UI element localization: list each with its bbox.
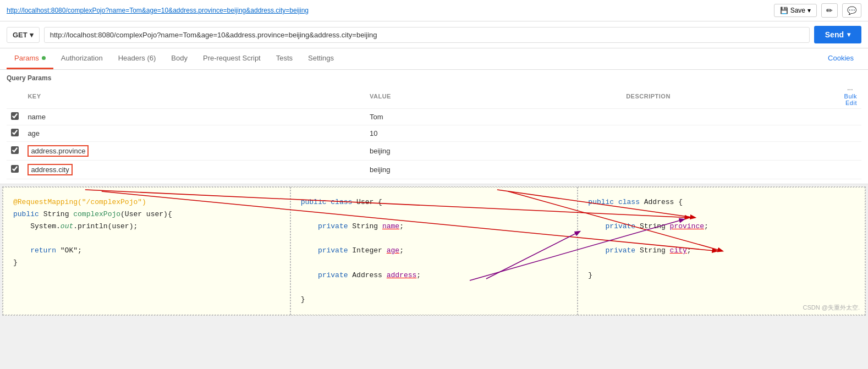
code-line: private Integer age;: [301, 245, 568, 257]
method-value: GET: [13, 31, 28, 39]
tab-prerequest[interactable]: Pre-request Script: [195, 48, 268, 69]
code-line: private String name;: [301, 221, 568, 233]
method-select[interactable]: GET ▾: [7, 27, 40, 43]
code-block-user: public class User { private String name;…: [290, 187, 578, 315]
param-value: 10: [365, 125, 622, 142]
code-line: [301, 233, 568, 245]
query-params-label: Query Params: [7, 70, 861, 84]
code-line: System.out.println(user);: [13, 221, 280, 233]
th-key: KEY: [23, 84, 365, 109]
th-check: [7, 84, 23, 109]
code-line: private String city;: [588, 245, 855, 257]
title-url: http://localhost:8080/complexPojo?name=T…: [7, 7, 309, 14]
param-key: address.province: [23, 142, 365, 161]
more-icon[interactable]: ···: [847, 86, 853, 93]
tab-authorization[interactable]: Authorization: [53, 48, 111, 69]
code-line: return "OK";: [13, 245, 280, 257]
code-line: }: [301, 294, 568, 306]
method-chevron: ▾: [30, 31, 34, 39]
code-line: private String province;: [588, 221, 855, 233]
table-row: address.provincebeijing: [7, 142, 861, 161]
param-key: name: [23, 109, 365, 125]
code-line: [588, 208, 855, 221]
th-actions: ··· Bulk Edit: [836, 84, 861, 109]
code-sections: @RequestMapping("/complexPojo") public S…: [2, 186, 866, 316]
send-chevron: ▾: [847, 31, 850, 38]
comment-icon: 💬: [847, 6, 856, 15]
params-dot: [42, 56, 46, 60]
param-checkbox-0[interactable]: [11, 112, 19, 120]
param-checkbox-3[interactable]: [11, 165, 19, 173]
param-value: Tom: [365, 109, 622, 125]
title-actions: 💾 Save ▾ ✏ 💬: [774, 3, 861, 18]
param-description: [622, 109, 836, 125]
code-line: }: [13, 257, 280, 269]
code-block-address: public class Address { private String pr…: [578, 187, 865, 315]
param-description: [622, 125, 836, 142]
param-description: [622, 161, 836, 179]
th-value: VALUE: [365, 84, 622, 109]
code-block-controller: @RequestMapping("/complexPojo") public S…: [3, 187, 290, 315]
param-description: [622, 142, 836, 161]
tab-settings[interactable]: Settings: [300, 48, 342, 69]
param-actions: [836, 109, 861, 125]
comment-button[interactable]: 💬: [842, 3, 861, 18]
request-bar: GET ▾ Send ▾: [0, 21, 868, 48]
param-actions: [836, 142, 861, 161]
code-line: [588, 233, 855, 245]
edit-icon: ✏: [826, 6, 833, 15]
tab-body[interactable]: Body: [163, 48, 195, 69]
code-line: public class Address {: [588, 196, 855, 208]
param-key: address.city: [23, 161, 365, 179]
bulk-edit-button[interactable]: Bulk Edit: [844, 93, 857, 106]
code-line: [301, 257, 568, 269]
watermark: CSDN @失重外太空.: [803, 304, 860, 312]
code-line: [588, 257, 855, 269]
table-row: address.citybeijing: [7, 161, 861, 179]
param-checkbox-1[interactable]: [11, 129, 19, 136]
param-actions: [836, 125, 861, 142]
param-actions: [836, 161, 861, 179]
table-row: nameTom: [7, 109, 861, 125]
title-bar: http://localhost:8080/complexPojo?name=T…: [0, 0, 868, 21]
param-value: beijing: [365, 161, 622, 179]
code-line: public String complexPojo(User user){: [13, 208, 280, 221]
edit-button[interactable]: ✏: [821, 3, 838, 18]
tab-params[interactable]: Params: [7, 48, 53, 69]
tab-headers[interactable]: Headers (6): [111, 48, 164, 69]
tab-tests[interactable]: Tests: [268, 48, 300, 69]
save-icon: 💾: [780, 7, 788, 14]
code-line: }: [588, 269, 855, 282]
params-table: KEY VALUE DESCRIPTION ··· Bulk Edit name…: [7, 84, 861, 179]
save-button[interactable]: 💾 Save ▾: [774, 4, 817, 17]
send-button[interactable]: Send ▾: [814, 26, 861, 43]
code-line: private Address address;: [301, 269, 568, 282]
param-key: age: [23, 125, 365, 142]
code-line: [301, 208, 568, 221]
chevron-down-icon: ▾: [807, 7, 811, 14]
code-line: public class User {: [301, 196, 568, 208]
code-line: [301, 282, 568, 294]
param-value: beijing: [365, 142, 622, 161]
code-blocks-container: @RequestMapping("/complexPojo") public S…: [3, 187, 865, 315]
params-section: Query Params KEY VALUE DESCRIPTION ··· B…: [0, 70, 868, 184]
th-description: DESCRIPTION: [622, 84, 836, 109]
params-label: Params: [14, 54, 39, 62]
tabs-bar: Params Authorization Headers (6) Body Pr…: [0, 48, 868, 70]
code-line: [13, 233, 280, 245]
url-input[interactable]: [44, 27, 810, 43]
code-line: @RequestMapping("/complexPojo"): [13, 196, 280, 208]
table-row: age10: [7, 125, 861, 142]
tab-cookies[interactable]: Cookies: [820, 48, 861, 69]
param-checkbox-2[interactable]: [11, 146, 19, 154]
